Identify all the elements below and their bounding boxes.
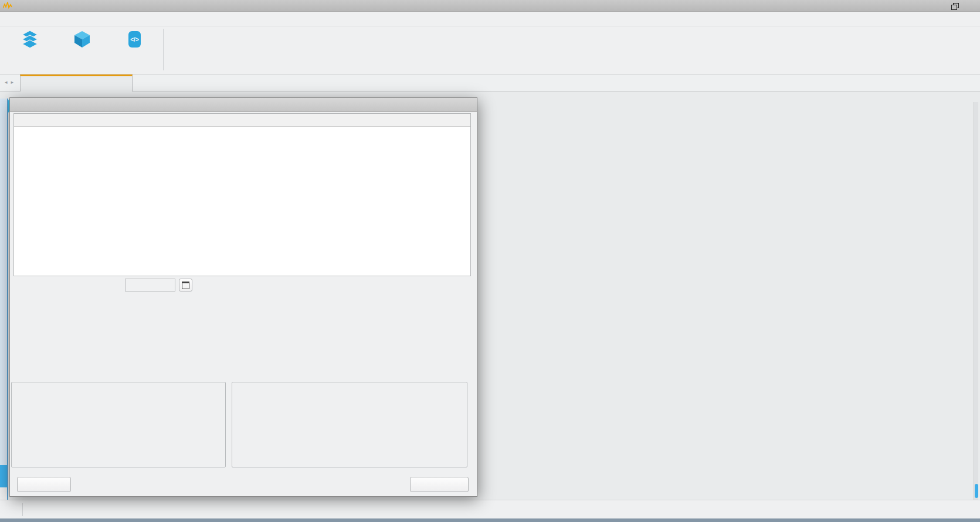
tab-scroll-arrows[interactable]: ◂▸	[5, 79, 17, 85]
results-section	[10, 276, 478, 352]
calendar-button[interactable]	[179, 279, 192, 291]
tab-pu-coaxial[interactable]	[20, 74, 133, 91]
pu242-content-group	[232, 382, 467, 467]
window-restore-icon[interactable]	[951, 3, 958, 9]
processing-date-input[interactable]	[125, 279, 175, 291]
show-results-group	[11, 382, 226, 467]
table-body[interactable]	[14, 127, 470, 276]
svg-text:</>: </>	[130, 36, 139, 43]
container-edit-button[interactable]	[55, 26, 109, 74]
background-window-edge-tail	[0, 487, 7, 500]
statusbar-separator	[22, 503, 23, 516]
toolbar: </>	[0, 26, 980, 74]
menubar	[0, 12, 980, 26]
dialog-titlebar[interactable]	[10, 98, 477, 112]
statusbar	[0, 500, 980, 518]
close-button[interactable]	[410, 477, 469, 492]
window-titlebar	[0, 0, 980, 12]
cube-icon	[73, 30, 91, 49]
calendar-icon	[182, 282, 189, 289]
background-window-edge-highlight	[0, 465, 7, 487]
nuclide-table[interactable]	[13, 113, 471, 276]
tabbar: ◂▸	[0, 74, 980, 91]
chart-vertical-scrollbar[interactable]	[974, 102, 978, 500]
app-icon	[3, 2, 12, 9]
table-header[interactable]	[14, 114, 470, 127]
bottom-strip	[0, 518, 980, 522]
scrollbar-thumb[interactable]	[975, 484, 978, 498]
report-button[interactable]	[17, 477, 71, 492]
code-icon: </>	[125, 30, 144, 49]
script-editor-button[interactable]: </>	[109, 26, 160, 74]
materials-editor-button[interactable]	[5, 26, 55, 74]
layers-icon	[21, 30, 39, 49]
toolbar-separator	[163, 29, 164, 70]
isotopic-composition-dialog	[9, 97, 477, 497]
background-window-edge	[0, 99, 8, 500]
